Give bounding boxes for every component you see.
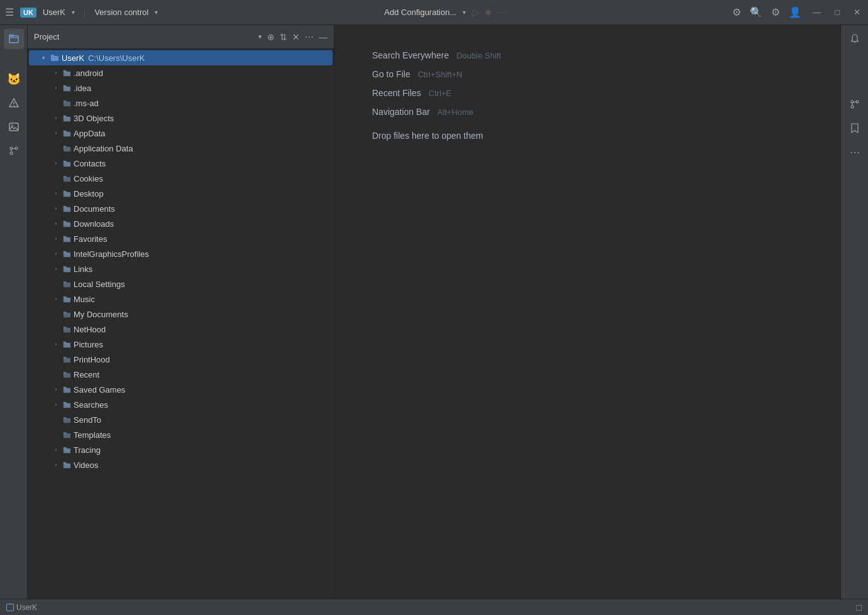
- expand-icon-searches[interactable]: ›: [52, 400, 60, 409]
- tree-item-saved-games[interactable]: ›Saved Games: [29, 382, 332, 397]
- topbar-username[interactable]: UserK: [43, 8, 65, 17]
- more-run-options[interactable]: ⋯: [497, 8, 506, 18]
- tree-item-videos[interactable]: ›Videos: [29, 457, 332, 472]
- expand-icon-music[interactable]: ›: [52, 295, 60, 303]
- git-right-icon[interactable]: [845, 94, 865, 114]
- username-dropdown-arrow[interactable]: ▾: [72, 9, 75, 16]
- expand-icon-cookies: [52, 174, 60, 183]
- tree-item-my-documents[interactable]: My Documents: [29, 307, 332, 322]
- navigation-bar-label: Navigation Bar: [372, 107, 430, 117]
- expand-icon-downloads[interactable]: ›: [52, 219, 60, 228]
- expand-icon-my-documents: [52, 310, 60, 318]
- sidebar-item-image[interactable]: [4, 117, 24, 137]
- tree-label-tracing: Tracing: [74, 445, 101, 455]
- sidebar-minimize-button[interactable]: —: [319, 32, 327, 42]
- expand-icon-links[interactable]: ›: [52, 264, 60, 273]
- svg-rect-47: [63, 342, 70, 347]
- tree-item-templates[interactable]: Templates: [29, 427, 332, 442]
- expand-icon-videos[interactable]: ›: [52, 460, 60, 469]
- expand-icon-favorites[interactable]: ›: [52, 234, 60, 243]
- tree-item-local-settings[interactable]: Local Settings: [29, 276, 332, 291]
- minimize-button[interactable]: —: [810, 8, 823, 17]
- tree-item-nethood[interactable]: NetHood: [29, 322, 332, 337]
- sidebar-close-button[interactable]: ✕: [292, 32, 300, 42]
- notifications-icon[interactable]: [845, 29, 865, 49]
- expand-icon-idea[interactable]: ›: [52, 84, 60, 92]
- settings-icon[interactable]: ⚙: [771, 6, 780, 18]
- svg-rect-0: [9, 36, 18, 43]
- tree-root-item[interactable]: ▾ UserK C:\Users\UserK: [29, 50, 332, 65]
- expand-icon-appdata[interactable]: ›: [52, 129, 60, 138]
- tree-item-pictures[interactable]: ›Pictures: [29, 337, 332, 352]
- tree-item-sendto[interactable]: SendTo: [29, 412, 332, 427]
- sidebar-item-warnings[interactable]: [4, 93, 24, 113]
- sidebar-add-button[interactable]: ⊕: [267, 32, 275, 42]
- tree-item-music[interactable]: ›Music: [29, 291, 332, 307]
- tree-item-downloads[interactable]: ›Downloads: [29, 216, 332, 231]
- tree-item-contacts[interactable]: ›Contacts: [29, 156, 332, 171]
- sidebar-item-project[interactable]: [4, 29, 24, 49]
- sidebar-sort-button[interactable]: ⇅: [280, 32, 287, 42]
- bookmarks-icon[interactable]: [845, 118, 865, 138]
- bug-icon[interactable]: ⚙: [732, 6, 741, 18]
- tree-item-appdata[interactable]: ›AppData: [29, 126, 332, 141]
- shortcut-list: Search Everywhere Double Shift Go to Fil…: [372, 50, 501, 141]
- expand-icon-intelgraphicsprofiles[interactable]: ›: [52, 249, 60, 258]
- expand-icon-android[interactable]: ›: [52, 68, 60, 77]
- svg-rect-21: [63, 146, 70, 151]
- tree-item-application-data[interactable]: Application Data: [29, 141, 332, 156]
- expand-icon-saved-games[interactable]: ›: [52, 385, 60, 394]
- tree-item-links[interactable]: ›Links: [29, 261, 332, 276]
- tree-label-saved-games: Saved Games: [74, 385, 125, 395]
- svg-rect-42: [63, 296, 67, 298]
- expand-icon-desktop[interactable]: ›: [52, 189, 60, 198]
- expand-icon-documents[interactable]: ›: [52, 204, 60, 213]
- tree-label-my-documents: My Documents: [74, 310, 128, 319]
- tree-item-desktop[interactable]: ›Desktop: [29, 186, 332, 201]
- svg-rect-11: [63, 71, 70, 75]
- tree-item-android[interactable]: ›.android: [29, 65, 332, 80]
- debug-button[interactable]: ✱: [485, 8, 492, 18]
- sidebar-title: Project: [34, 32, 258, 41]
- more-right-icon[interactable]: ⋯: [845, 142, 865, 162]
- profile-icon[interactable]: 👤: [789, 6, 801, 18]
- layout-icon[interactable]: □: [857, 602, 862, 612]
- tree-item-tracing[interactable]: ›Tracing: [29, 442, 332, 457]
- tree-item-idea[interactable]: ›.idea: [29, 80, 332, 95]
- add-config-dropdown-arrow[interactable]: ▾: [463, 9, 466, 16]
- tree-item-ms-ad[interactable]: .ms-ad: [29, 95, 332, 111]
- expand-icon-pictures[interactable]: ›: [52, 340, 60, 349]
- sidebar-item-git[interactable]: [4, 141, 24, 161]
- expand-icon-3d-objects[interactable]: ›: [52, 114, 60, 122]
- expand-icon-tracing[interactable]: ›: [52, 445, 60, 454]
- add-configuration-button[interactable]: Add Configuration...: [384, 8, 456, 17]
- svg-rect-14: [63, 85, 67, 87]
- tree-item-cookies[interactable]: Cookies: [29, 171, 332, 186]
- tree-item-documents[interactable]: ›Documents: [29, 201, 332, 216]
- tree-item-searches[interactable]: ›Searches: [29, 397, 332, 412]
- expand-icon-contacts[interactable]: ›: [52, 159, 60, 168]
- tree-item-printhood[interactable]: PrintHood: [29, 352, 332, 367]
- maximize-button[interactable]: □: [832, 8, 842, 17]
- sidebar-item-cat[interactable]: 🐱: [4, 69, 24, 89]
- svg-point-5: [11, 125, 13, 127]
- search-icon[interactable]: 🔍: [750, 6, 762, 18]
- bottombar-branch[interactable]: UserK: [6, 603, 37, 612]
- run-button[interactable]: ▷: [472, 6, 480, 18]
- version-control-menu[interactable]: Version control: [94, 8, 148, 17]
- hamburger-icon[interactable]: ☰: [5, 6, 14, 18]
- tree-item-3d-objects[interactable]: ›3D Objects: [29, 111, 332, 126]
- svg-rect-60: [63, 432, 67, 433]
- tree-item-favorites[interactable]: ›Favorites: [29, 231, 332, 246]
- collapse-icon[interactable]: ▾: [39, 53, 48, 62]
- folder-icon-desktop: [63, 190, 71, 198]
- drop-files-text: Drop files here to open them: [372, 131, 483, 141]
- tree-item-intelgraphicsprofiles[interactable]: ›IntelGraphicsProfiles: [29, 246, 332, 261]
- sidebar-more-button[interactable]: ⋯: [305, 32, 314, 42]
- sidebar-title-arrow[interactable]: ▾: [258, 33, 262, 41]
- folder-icon-application-data: [63, 144, 71, 153]
- close-button[interactable]: ✕: [851, 8, 863, 17]
- recent-files-key: Ctrl+E: [429, 89, 451, 98]
- tree-item-recent[interactable]: Recent: [29, 367, 332, 382]
- branch-indicator: [6, 604, 14, 611]
